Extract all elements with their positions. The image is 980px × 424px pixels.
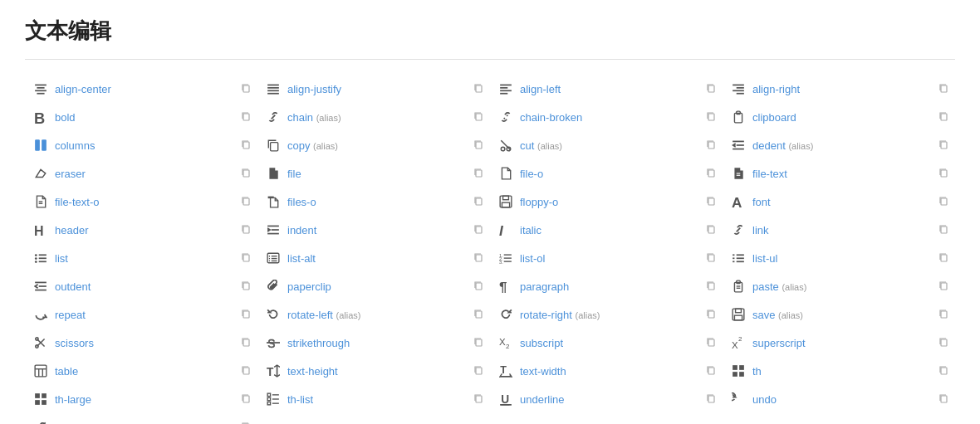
svg-rect-9 (476, 85, 482, 92)
copy-button[interactable] (706, 393, 716, 405)
svg-rect-126 (941, 339, 947, 346)
copy-button[interactable] (241, 393, 251, 405)
list-item: list-alt (257, 244, 490, 272)
svg-rect-22 (476, 114, 482, 120)
outdent-icon (32, 280, 50, 293)
svg-rect-41 (476, 170, 482, 177)
list-item: Sstrikethrough (257, 329, 490, 357)
copy-button[interactable] (706, 252, 716, 264)
copy-button[interactable] (938, 139, 948, 151)
copy-button[interactable] (241, 196, 251, 207)
list-item: Uunderline (490, 385, 723, 413)
copy-button[interactable] (241, 252, 251, 264)
copy-button[interactable] (706, 224, 716, 236)
copy-button[interactable] (938, 393, 948, 405)
list-item: Hheader (25, 216, 257, 244)
copy-button[interactable] (706, 337, 716, 348)
copy-button[interactable] (473, 337, 483, 348)
copy-button[interactable] (938, 252, 948, 264)
copy-button[interactable] (241, 337, 251, 348)
copy-button[interactable] (241, 280, 251, 292)
copy-button[interactable] (473, 224, 483, 236)
item-label: eraser (55, 168, 236, 180)
svg-rect-106 (243, 311, 249, 318)
svg-text:T: T (267, 366, 274, 378)
chain-broken-icon (497, 110, 515, 124)
svg-rect-64 (941, 227, 947, 233)
copy-button[interactable] (938, 337, 948, 348)
list-item: table (25, 357, 257, 385)
copy-button[interactable] (473, 83, 483, 95)
copy-button[interactable] (473, 309, 483, 320)
item-label: save (alias) (752, 309, 933, 321)
subscript-icon: X2 (497, 336, 515, 349)
copy-button[interactable] (706, 309, 716, 320)
svg-rect-141 (739, 372, 744, 377)
save-icon (729, 308, 747, 321)
svg-rect-57 (243, 227, 249, 233)
copy-button[interactable] (706, 196, 716, 207)
svg-rect-39 (941, 142, 947, 149)
copy-button[interactable] (706, 168, 716, 179)
item-label: scissors (55, 337, 236, 349)
copy-button[interactable] (938, 224, 948, 236)
copy-button[interactable] (938, 365, 948, 377)
list-item: file-text (723, 159, 955, 188)
svg-line-32 (501, 140, 510, 149)
svg-rect-26 (941, 114, 947, 120)
svg-rect-148 (267, 393, 270, 396)
svg-rect-29 (243, 142, 249, 149)
list-item: list-ul (723, 244, 955, 272)
item-label: chain-broken (520, 111, 701, 124)
copy-button[interactable] (938, 168, 948, 179)
copy-button[interactable] (938, 196, 948, 207)
copy-button[interactable] (938, 111, 948, 123)
copy-button[interactable] (473, 196, 483, 207)
svg-rect-93 (941, 255, 947, 261)
item-label: header (55, 224, 236, 236)
copy-button[interactable] (473, 365, 483, 377)
svg-rect-35 (708, 142, 714, 149)
copy-button[interactable] (241, 309, 251, 320)
copy-button[interactable] (706, 83, 716, 95)
file-text-o-icon (32, 195, 50, 208)
copy-button[interactable] (706, 365, 716, 377)
svg-rect-142 (941, 368, 947, 374)
copy-button[interactable] (473, 252, 483, 264)
copy-button[interactable] (473, 280, 483, 292)
copy-button[interactable] (241, 224, 251, 236)
font-icon: A (729, 195, 747, 208)
svg-rect-63 (708, 227, 714, 233)
item-label: superscript (752, 337, 933, 349)
list-item: dedent (alias) (723, 131, 955, 159)
copy-button[interactable] (938, 309, 948, 320)
list-item: align-justify (257, 75, 490, 103)
list-item: eraser (25, 159, 257, 188)
copy-button[interactable] (241, 365, 251, 377)
paperclip-icon (264, 280, 282, 293)
copy-button[interactable] (938, 280, 948, 292)
list-item: list (25, 244, 257, 272)
copy-button[interactable] (706, 139, 716, 151)
copy-icon (264, 139, 282, 152)
list-item: file (257, 159, 490, 188)
svg-rect-127 (35, 365, 47, 377)
item-label: strikethrough (287, 337, 468, 349)
copy-button[interactable] (473, 168, 483, 179)
copy-button[interactable] (241, 168, 251, 179)
svg-rect-158 (941, 396, 947, 402)
item-label: floppy-o (520, 196, 701, 208)
svg-rect-112 (941, 311, 947, 318)
copy-button[interactable] (241, 139, 251, 151)
copy-button[interactable] (938, 83, 948, 95)
copy-button[interactable] (706, 111, 716, 123)
copy-button[interactable] (706, 280, 716, 292)
copy-button[interactable] (241, 83, 251, 95)
item-label: subscript (520, 337, 701, 349)
copy-button[interactable] (473, 393, 483, 405)
copy-button[interactable] (473, 139, 483, 151)
list-item: Ttext-height (257, 357, 490, 385)
th-list-icon (264, 392, 282, 406)
copy-button[interactable] (241, 111, 251, 123)
copy-button[interactable] (473, 111, 483, 123)
